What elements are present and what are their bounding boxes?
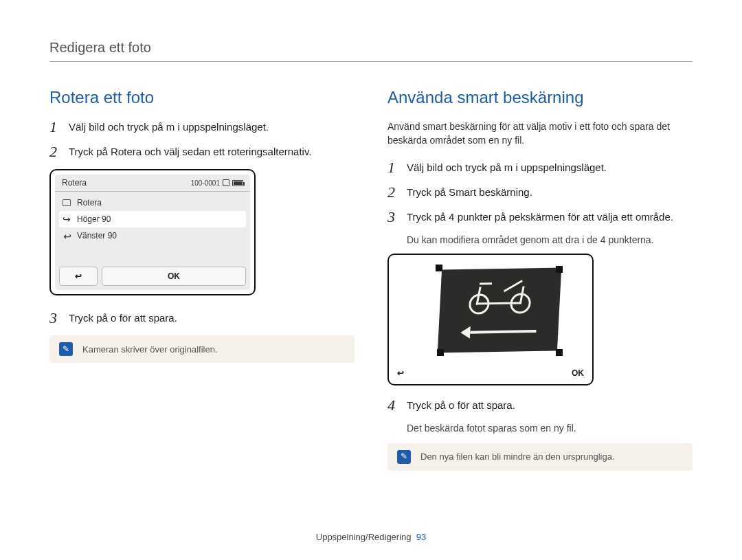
step-1: 1 Välj bild och tryck på m i uppspelning… bbox=[49, 120, 355, 135]
dialog-title: Rotera bbox=[62, 178, 87, 188]
section-title-smartcrop: Använda smart beskärning bbox=[387, 88, 693, 107]
option-label: Höger 90 bbox=[77, 214, 111, 224]
step-number: 1 bbox=[387, 160, 407, 175]
file-counter: 100-0001 bbox=[191, 179, 220, 187]
step-text: Tryck på o för att spara. bbox=[69, 311, 355, 326]
step-4: 4 Tryck på o för att spara. bbox=[387, 398, 693, 413]
memory-icon bbox=[223, 179, 229, 186]
note-text: Kameran skriver över originalfilen. bbox=[82, 344, 218, 355]
step-text: Välj bild och tryck på m i uppspelningsl… bbox=[69, 120, 355, 135]
camera-screenshot-rotate: Rotera 100-0001 Rotera ↪ bbox=[49, 169, 256, 295]
step-1: 1 Välj bild och tryck på m i uppspelning… bbox=[387, 160, 693, 175]
divider bbox=[49, 61, 693, 62]
page-number: 93 bbox=[416, 532, 426, 542]
step-number: 1 bbox=[49, 120, 69, 135]
crop-handle[interactable] bbox=[556, 349, 563, 356]
note-icon: ✎ bbox=[59, 342, 73, 356]
rotate-left-icon: ↪ bbox=[62, 231, 71, 240]
option-rotate[interactable]: Rotera bbox=[59, 194, 246, 211]
step-number: 2 bbox=[387, 185, 407, 200]
step-3: 3 Tryck på 4 punkter på pekskärmen för a… bbox=[387, 210, 693, 225]
crop-handle[interactable] bbox=[556, 266, 563, 273]
note-box: ✎ Den nya filen kan bli mindre än den ur… bbox=[387, 443, 693, 471]
crop-handle[interactable] bbox=[436, 265, 442, 271]
step-2: 2 Tryck på Smart beskärning. bbox=[387, 185, 693, 200]
step-3: 3 Tryck på o för att spara. bbox=[49, 311, 355, 326]
battery-icon bbox=[232, 180, 243, 186]
step-text: Tryck på Smart beskärning. bbox=[407, 185, 693, 200]
step-number: 4 bbox=[387, 398, 407, 413]
rotate-off-icon bbox=[62, 198, 71, 208]
option-right90[interactable]: ↪ Höger 90 bbox=[59, 211, 246, 227]
camera-screenshot-crop: ↩ OK bbox=[387, 254, 594, 385]
step-3-note: Du kan modifiera området genom att dra i… bbox=[407, 234, 693, 245]
step-text: Tryck på 4 punkter på pekskärmen för att… bbox=[407, 210, 693, 225]
page-footer: Uppspelning/Redigering 93 bbox=[0, 532, 742, 542]
manual-page: Redigera ett foto Rotera ett foto 1 Välj… bbox=[0, 0, 742, 560]
col-left: Rotera ett foto 1 Välj bild och tryck på… bbox=[49, 88, 355, 471]
intro-text: Använd smart beskärning för att välja mo… bbox=[387, 120, 693, 148]
section-title-rotate: Rotera ett foto bbox=[49, 88, 355, 107]
step-4-note: Det beskärda fotot sparas som en ny fil. bbox=[407, 423, 693, 434]
step-text: Tryck på Rotera och välj sedan ett roter… bbox=[69, 144, 355, 159]
note-icon: ✎ bbox=[397, 450, 411, 464]
option-label: Vänster 90 bbox=[77, 231, 117, 240]
step-2: 2 Tryck på Rotera och välj sedan ett rot… bbox=[49, 144, 355, 159]
footer-section: Uppspelning/Redigering bbox=[316, 532, 412, 542]
step-number: 2 bbox=[49, 144, 69, 159]
step-number: 3 bbox=[387, 210, 407, 225]
rotate-right-icon: ↪ bbox=[62, 214, 71, 224]
back-button[interactable]: ↩ bbox=[397, 368, 404, 378]
crop-handle[interactable] bbox=[437, 349, 444, 356]
arrow-left-icon bbox=[460, 325, 536, 339]
option-left90[interactable]: ↪ Vänster 90 bbox=[59, 227, 246, 244]
breadcrumb: Redigera ett foto bbox=[49, 40, 693, 60]
step-text: Välj bild och tryck på m i uppspelningsl… bbox=[407, 160, 693, 175]
ok-button[interactable]: OK bbox=[102, 267, 246, 286]
col-right: Använda smart beskärning Använd smart be… bbox=[387, 88, 693, 471]
step-number: 3 bbox=[49, 311, 69, 326]
step-text: Tryck på o för att spara. bbox=[407, 398, 693, 413]
bicycle-sign bbox=[437, 267, 561, 352]
back-button[interactable]: ↩ bbox=[59, 267, 98, 286]
note-box: ✎ Kameran skriver över originalfilen. bbox=[49, 335, 355, 363]
option-label: Rotera bbox=[77, 198, 102, 208]
columns: Rotera ett foto 1 Välj bild och tryck på… bbox=[49, 88, 693, 471]
note-text: Den nya filen kan bli mindre än den ursp… bbox=[420, 451, 615, 462]
bicycle-icon bbox=[468, 282, 532, 315]
ok-button[interactable]: OK bbox=[572, 368, 584, 378]
